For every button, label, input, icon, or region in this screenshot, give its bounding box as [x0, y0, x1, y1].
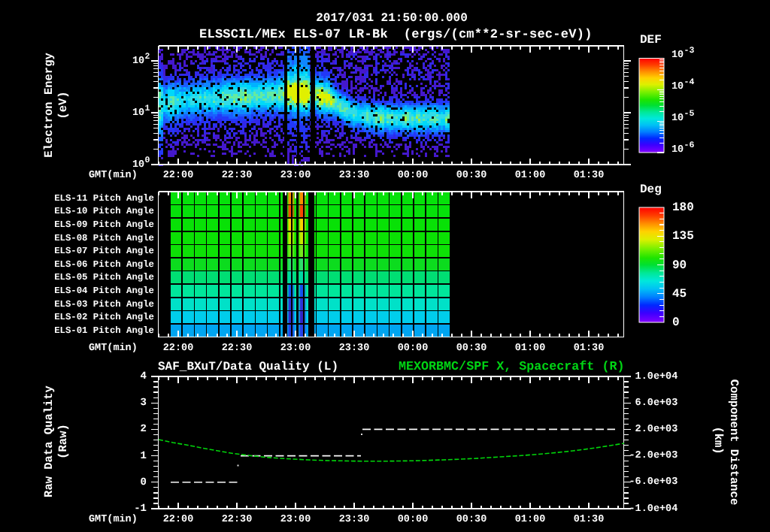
- svg-text:Electron Energy: Electron Energy: [42, 53, 56, 158]
- svg-text:6.0e+03: 6.0e+03: [629, 397, 678, 409]
- svg-text:00:30: 00:30: [456, 170, 487, 181]
- svg-text:45: 45: [672, 287, 687, 301]
- svg-text:MEXORBMC/SPF X, Spacecraft (R): MEXORBMC/SPF X, Spacecraft (R): [399, 360, 624, 374]
- svg-text:135: 135: [672, 229, 694, 243]
- svg-text:23:00: 23:00: [280, 343, 311, 354]
- svg-text:10: 10: [671, 81, 684, 92]
- svg-text:Raw Data Quality: Raw Data Quality: [42, 385, 56, 497]
- svg-text:0: 0: [672, 316, 680, 329]
- svg-text:10: 10: [132, 107, 144, 119]
- svg-text:2: 2: [141, 423, 147, 435]
- svg-text:22:30: 22:30: [222, 343, 253, 354]
- svg-text:2: 2: [145, 52, 150, 62]
- svg-text:23:30: 23:30: [339, 170, 370, 181]
- svg-text:01:00: 01:00: [515, 514, 546, 525]
- svg-text:GMT(min): GMT(min): [89, 343, 138, 354]
- svg-text:ELS-07 Pitch Angle: ELS-07 Pitch Angle: [54, 246, 154, 256]
- svg-text:0: 0: [141, 476, 147, 488]
- svg-text:ELS-06 Pitch Angle: ELS-06 Pitch Angle: [54, 259, 154, 270]
- svg-text:22:30: 22:30: [222, 170, 253, 181]
- svg-text:00:00: 00:00: [398, 343, 429, 354]
- svg-text:00:00: 00:00: [398, 170, 429, 181]
- svg-text:01:30: 01:30: [574, 514, 605, 525]
- svg-text:23:00: 23:00: [280, 514, 311, 525]
- svg-text:SAF_BXuT/Data Quality (L): SAF_BXuT/Data Quality (L): [158, 360, 338, 373]
- svg-text:-1.0e+04: -1.0e+04: [629, 503, 678, 515]
- svg-text:10: 10: [671, 113, 684, 124]
- svg-text:01:00: 01:00: [515, 343, 546, 354]
- svg-text:ELSSCIL/MEx ELS-07 LR-Bk (erg: ELSSCIL/MEx ELS-07 LR-Bk (ergs/(cm**2-sr…: [199, 28, 593, 42]
- svg-text:GMT(min): GMT(min): [89, 170, 138, 181]
- svg-text:ELS-04 Pitch Angle: ELS-04 Pitch Angle: [54, 286, 154, 296]
- svg-text:90: 90: [672, 258, 687, 272]
- svg-text:-2.0e+03: -2.0e+03: [629, 450, 678, 461]
- svg-text:10: 10: [132, 56, 144, 67]
- svg-text:3: 3: [141, 397, 147, 409]
- svg-text:DEF: DEF: [640, 33, 662, 47]
- svg-text:ELS-02 Pitch Angle: ELS-02 Pitch Angle: [54, 312, 154, 322]
- svg-text:-6: -6: [684, 141, 695, 150]
- svg-text:23:30: 23:30: [339, 343, 370, 354]
- svg-text:00:30: 00:30: [456, 343, 487, 354]
- svg-text:0: 0: [145, 156, 150, 165]
- svg-text:22:30: 22:30: [222, 514, 253, 525]
- svg-text:ELS-09 Pitch Angle: ELS-09 Pitch Angle: [54, 219, 154, 230]
- svg-text:23:00: 23:00: [280, 170, 311, 181]
- svg-text:00:00: 00:00: [398, 514, 429, 525]
- svg-text:4: 4: [141, 370, 147, 382]
- svg-text:ELS-01 Pitch Angle: ELS-01 Pitch Angle: [54, 325, 154, 336]
- svg-text:-5: -5: [684, 109, 695, 119]
- svg-text:22:00: 22:00: [163, 170, 194, 181]
- svg-text:2017/031 21:50:00.000: 2017/031 21:50:00.000: [316, 11, 468, 25]
- svg-text:-3: -3: [684, 46, 695, 56]
- svg-text:ELS-03 Pitch Angle: ELS-03 Pitch Angle: [54, 299, 154, 310]
- svg-text:10: 10: [671, 50, 684, 61]
- svg-text:Component Distance: Component Distance: [727, 379, 741, 505]
- svg-text:01:30: 01:30: [574, 343, 605, 354]
- svg-text:1: 1: [145, 104, 150, 113]
- svg-text:23:30: 23:30: [339, 514, 370, 525]
- svg-text:10: 10: [671, 144, 684, 156]
- svg-text:ELS-05 Pitch Angle: ELS-05 Pitch Angle: [54, 272, 154, 283]
- svg-text:22:00: 22:00: [163, 343, 194, 354]
- svg-text:Deg: Deg: [640, 183, 662, 196]
- svg-text:ELS-11 Pitch Angle: ELS-11 Pitch Angle: [54, 193, 154, 204]
- svg-text:22:00: 22:00: [163, 514, 194, 525]
- svg-text:00:30: 00:30: [456, 514, 487, 525]
- svg-text:01:00: 01:00: [515, 170, 546, 181]
- svg-text:01:30: 01:30: [574, 170, 605, 181]
- svg-text:(km): (km): [711, 426, 725, 454]
- svg-text:-4: -4: [684, 77, 695, 87]
- svg-text:-1: -1: [134, 503, 147, 515]
- svg-text:-6.0e+03: -6.0e+03: [629, 476, 678, 488]
- svg-text:(eV): (eV): [56, 91, 70, 119]
- svg-text:180: 180: [672, 201, 694, 214]
- svg-text:(Raw): (Raw): [56, 424, 70, 459]
- svg-text:1.0e+04: 1.0e+04: [629, 371, 678, 382]
- svg-text:1: 1: [141, 450, 147, 462]
- svg-text:10: 10: [132, 159, 144, 171]
- svg-text:2.0e+03: 2.0e+03: [629, 424, 678, 435]
- svg-text:ELS-10 Pitch Angle: ELS-10 Pitch Angle: [54, 206, 154, 216]
- svg-text:GMT(min): GMT(min): [89, 514, 138, 525]
- svg-text:ELS-08 Pitch Angle: ELS-08 Pitch Angle: [54, 233, 154, 243]
